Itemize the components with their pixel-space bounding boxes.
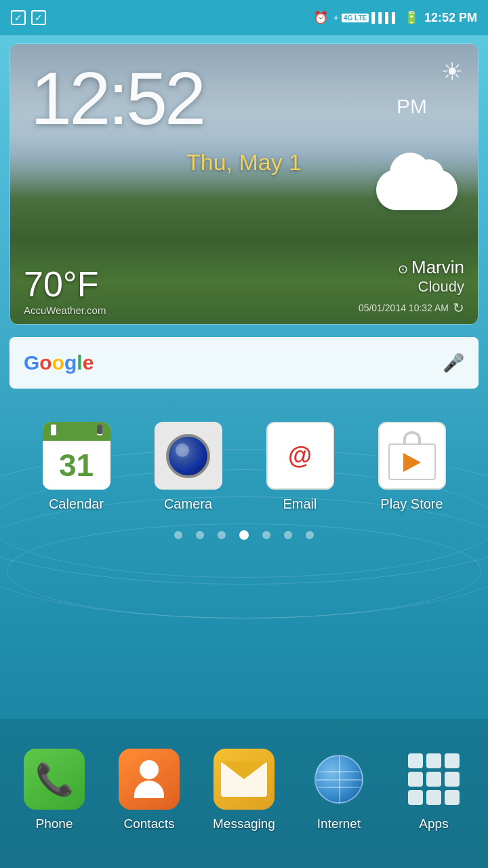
person-body (134, 781, 164, 798)
envelope-graphic (221, 762, 267, 797)
apps-label: Apps (419, 816, 448, 831)
bag-graphic (388, 431, 436, 480)
cloud-graphic (376, 170, 458, 210)
page-dot-6[interactable] (284, 531, 292, 539)
main-background: 12:52 PM ☀ Thu, May 1 70°F AccuWeather.c… (0, 35, 488, 868)
page-dot-5[interactable] (262, 531, 270, 539)
contacts-icon (119, 749, 180, 810)
page-dot-3[interactable] (218, 531, 226, 539)
update-timestamp: 05/01/2014 10:32 AM (359, 302, 449, 313)
status-bar: ✓ ✓ ⏰ + 4G LTE ▌▌▌▌ 🔋 12:52 PM (0, 0, 488, 35)
apps-dot-3 (445, 753, 460, 768)
weather-right: ⊙ Marvin Cloudy 05/01/2014 10:32 AM ↻ (359, 257, 464, 316)
page-dot-2[interactable] (196, 531, 204, 539)
messaging-dock-item[interactable]: Messaging (203, 749, 285, 831)
email-icon: @ (266, 422, 334, 490)
internet-label: Internet (317, 816, 361, 831)
contacts-dock-item[interactable]: Contacts (108, 749, 190, 831)
google-logo: Google (24, 351, 94, 374)
notification-icon-2: ✓ (31, 10, 46, 25)
network-group: + 4G LTE ▌▌▌▌ (333, 12, 399, 23)
apps-grid-graphic (408, 753, 460, 805)
playstore-app[interactable]: Play Store (365, 422, 460, 512)
app-grid: 31 Calendar Camera @ Email (0, 422, 488, 512)
apps-dot-2 (426, 753, 441, 768)
apps-dot-5 (426, 772, 441, 787)
camera-label: Camera (164, 496, 212, 512)
calendar-app[interactable]: 31 Calendar (29, 422, 124, 512)
contacts-label: Contacts (124, 816, 175, 831)
messaging-label: Messaging (213, 816, 275, 831)
camera-app[interactable]: Camera (141, 422, 236, 512)
weather-bottom-bar: 70°F AccuWeather.com ⊙ Marvin Cloudy 05/… (10, 257, 478, 316)
apps-dot-7 (408, 790, 423, 805)
apps-dock-item[interactable]: Apps (393, 749, 474, 831)
weather-background: 12:52 PM ☀ Thu, May 1 70°F AccuWeather.c… (10, 44, 478, 324)
apps-dot-9 (445, 790, 460, 805)
email-app[interactable]: @ Email (253, 422, 348, 512)
camera-icon (155, 422, 222, 490)
messaging-icon (214, 749, 274, 810)
phone-dock-item[interactable]: 📞 Phone (14, 749, 95, 831)
location-name: Marvin (411, 257, 464, 277)
apps-dot-8 (426, 790, 441, 805)
apps-dot-6 (445, 772, 460, 787)
notification-icon-1: ✓ (11, 10, 26, 25)
alarm-icon: ⏰ (313, 10, 328, 25)
bag-body (388, 443, 436, 480)
apps-dot-1 (408, 753, 423, 768)
accuweather-label: AccuWeather.com (24, 304, 106, 316)
condition-display: Cloudy (359, 278, 464, 296)
sun-icon: ☀ (441, 58, 463, 86)
globe-line-d2 (316, 787, 362, 788)
status-left-icons: ✓ ✓ (11, 10, 46, 25)
calendar-header (43, 422, 110, 441)
network-type: + (333, 12, 339, 23)
calendar-icon: 31 (43, 422, 110, 490)
playstore-icon (378, 422, 446, 490)
phone-label: Phone (36, 816, 73, 831)
clock-display: 12:52 PM (424, 11, 477, 25)
person-graphic (134, 760, 164, 798)
google-search-bar[interactable]: Google 🎤 (9, 337, 479, 389)
calendar-date: 31 (59, 441, 94, 490)
update-time: 05/01/2014 10:32 AM ↻ (359, 300, 464, 316)
envelope-flap (221, 762, 267, 779)
weather-clock: 12:52 (30, 61, 203, 136)
signal-bars: ▌▌▌▌ (371, 12, 399, 23)
playstore-label: Play Store (380, 496, 443, 512)
apps-dot-4 (408, 772, 423, 787)
lte-badge: 4G LTE (342, 14, 369, 22)
battery-icon: 🔋 (404, 10, 419, 25)
status-right-icons: ⏰ + 4G LTE ▌▌▌▌ 🔋 12:52 PM (313, 10, 477, 25)
app-dock: 📞 Phone Contacts Messaging (0, 719, 488, 868)
weather-ampm: PM (396, 95, 427, 118)
ripple-3 (0, 496, 488, 618)
person-head (140, 760, 159, 779)
phone-icon: 📞 (24, 749, 85, 810)
microphone-icon[interactable]: 🎤 (443, 353, 464, 374)
page-dot-4[interactable] (239, 530, 249, 540)
play-triangle (403, 453, 421, 472)
email-label: Email (283, 496, 317, 512)
location-display: ⊙ Marvin (359, 257, 464, 278)
temperature-display: 70°F (24, 267, 106, 302)
globe-graphic (314, 755, 363, 804)
apps-icon (403, 749, 464, 810)
at-symbol: @ (288, 441, 312, 470)
weather-widget: 12:52 PM ☀ Thu, May 1 70°F AccuWeather.c… (9, 43, 479, 325)
page-dot-7[interactable] (306, 531, 314, 539)
refresh-icon[interactable]: ↻ (453, 300, 464, 316)
internet-icon (308, 749, 369, 810)
internet-dock-item[interactable]: Internet (298, 749, 380, 831)
globe-line-v (339, 756, 340, 802)
location-pin-icon: ⊙ (398, 262, 411, 276)
calendar-label: Calendar (49, 496, 104, 512)
camera-lens (166, 434, 210, 478)
page-dot-1[interactable] (174, 531, 182, 539)
page-indicator (0, 530, 488, 540)
weather-left: 70°F AccuWeather.com (24, 267, 106, 316)
